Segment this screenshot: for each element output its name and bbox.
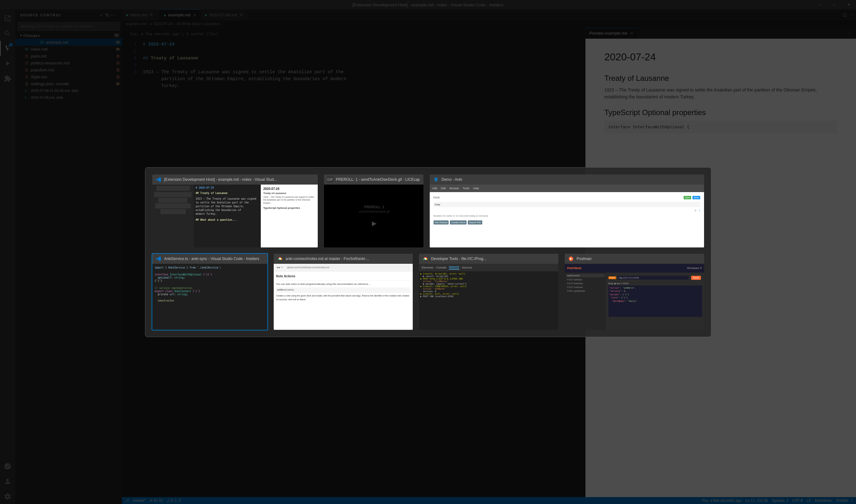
alttab-preview: POSTMAN Workspace ▾ AnkiConnect POST add… [565, 264, 704, 330]
alttab-title-bar: Developer Tools - file:///C:/Prog... [419, 254, 558, 264]
devtools-icon [422, 256, 429, 262]
devtools-bar: Elements Console Network Sources [419, 264, 558, 271]
anki-preview-content: Add Edit Browse Tools Help Deck [430, 184, 704, 248]
alttab-item-vscode-main[interactable]: [Extension Development Host] - example.m… [152, 174, 318, 248]
alttab-title-bar: Demo - Anki [430, 175, 704, 184]
vscode-preview-content: # 2020-07-24 ## Treaty of Lausanne 1923 … [152, 184, 318, 248]
alttab-preview: Add Edit Browse Tools Help Deck [430, 184, 704, 248]
alttab-item-vscode-anki[interactable]: AnkiService.ts - anki-sync - Visual Stud… [152, 253, 268, 330]
alttab-item-gif[interactable]: GIF PREROLL: 1 - sendToAnkiOwnDeck.gif -… [324, 174, 424, 248]
gif-content: PREROLL: 1 sendToAnkiOwnDeck.gif ▶ [324, 184, 424, 248]
send-button[interactable]: Send [691, 276, 701, 280]
notes-header: ◀ ▶ ↻ github.com/FooSoft/anki-connect/no… [274, 264, 413, 271]
mini-editor: # 2020-07-24 ## Treaty of Lausanne 1923 … [194, 184, 261, 248]
alttab-title: anki-connect/notes.md at master - FooSof… [286, 256, 369, 261]
postman-header: POSTMAN Workspace ▾ [565, 264, 704, 273]
vscode-anki-content: import { AnkiService } from './ankiServi… [152, 264, 268, 330]
mini-sidebar [152, 184, 194, 248]
devtools-log: ▶ {result: Array(10), error: null} ▶ res… [419, 271, 558, 299]
alttab-item-anki[interactable]: Demo - Anki Add Edit Browse Tools Help [429, 174, 705, 248]
alttab-title: Demo - Anki [442, 177, 462, 182]
alttab-row-2: AnkiService.ts - anki-sync - Visual Stud… [152, 253, 705, 330]
alttab-title-bar: [Extension Development Host] - example.m… [152, 175, 318, 184]
chrome-icon [277, 256, 283, 262]
notes-preview-content: ◀ ▶ ↻ github.com/FooSoft/anki-connect/no… [274, 264, 413, 330]
anki-app-icon [433, 176, 439, 183]
vscode-app-icon [155, 176, 162, 183]
alttab-preview: import { AnkiService } from './ankiServi… [152, 264, 268, 330]
alttab-title: PREROLL: 1 - sendToAnkiOwnDeck.gif - LIC… [336, 177, 420, 182]
gif-app-icon: GIF [327, 176, 333, 183]
mini-preview-right: 2020-07-24 Treaty of Lausanne 1923 – The… [261, 184, 318, 248]
alttab-title-bar: GIF PREROLL: 1 - sendToAnkiOwnDeck.gif -… [324, 175, 423, 184]
postman-content: POSTMAN Workspace ▾ AnkiConnect POST add… [565, 264, 704, 330]
postman-main-area: AnkiConnect POST addNote POST findNotes … [565, 273, 704, 330]
alttab-preview: ◀ ▶ ↻ github.com/FooSoft/anki-connect/no… [274, 264, 413, 330]
alttab-item-chrome-notes[interactable]: anki-connect/notes.md at master - FooSof… [273, 253, 414, 330]
alttab-title-bar: AnkiService.ts - anki-sync - Visual Stud… [152, 254, 267, 264]
vscode-icon-anki [155, 256, 162, 262]
alttab-title: Developer Tools - file:///C:/Prog... [431, 256, 486, 261]
alttab-preview: PREROLL: 1 sendToAnkiOwnDeck.gif ▶ [324, 184, 424, 248]
alttab-container: [Extension Development Host] - example.m… [145, 167, 711, 337]
alttab-row-1: [Extension Development Host] - example.m… [152, 174, 705, 248]
notes-content: Note Actions You can add notes to Anki p… [274, 271, 413, 304]
alttab-preview: Elements Console Network Sources ▶ {resu… [419, 264, 558, 330]
alttab-title: [Extension Development Host] - example.m… [164, 177, 277, 182]
alttab-overlay: [Extension Development Host] - example.m… [0, 0, 856, 504]
anki-menu-bar: Add Edit Browse Tools Help [430, 184, 704, 192]
anki-content: Deck New New Daily 0 1 [430, 192, 704, 228]
alttab-preview: # 2020-07-24 ## Treaty of Lausanne 1923 … [152, 184, 318, 248]
devtools-content: Elements Console Network Sources ▶ {resu… [419, 264, 558, 330]
alttab-title-bar: anki-connect/notes.md at master - FooSof… [274, 254, 413, 264]
alttab-item-postman[interactable]: Postman POSTMAN Workspace ▾ AnkiConnect [564, 253, 705, 330]
alttab-title: Postman [577, 256, 591, 261]
alttab-rows: [Extension Development Host] - example.m… [152, 174, 705, 330]
postman-icon [568, 256, 574, 262]
postman-sidebar: AnkiConnect POST addNote POST findNotes … [565, 273, 607, 330]
postman-request-area: POST http://127.0.0.1:8765 Send Body ◉ r… [607, 273, 704, 330]
alttab-title: AnkiService.ts - anki-sync - Visual Stud… [164, 256, 260, 261]
alttab-item-devtools[interactable]: Developer Tools - file:///C:/Prog... Ele… [418, 253, 559, 330]
alttab-title-bar: Postman [565, 254, 704, 264]
